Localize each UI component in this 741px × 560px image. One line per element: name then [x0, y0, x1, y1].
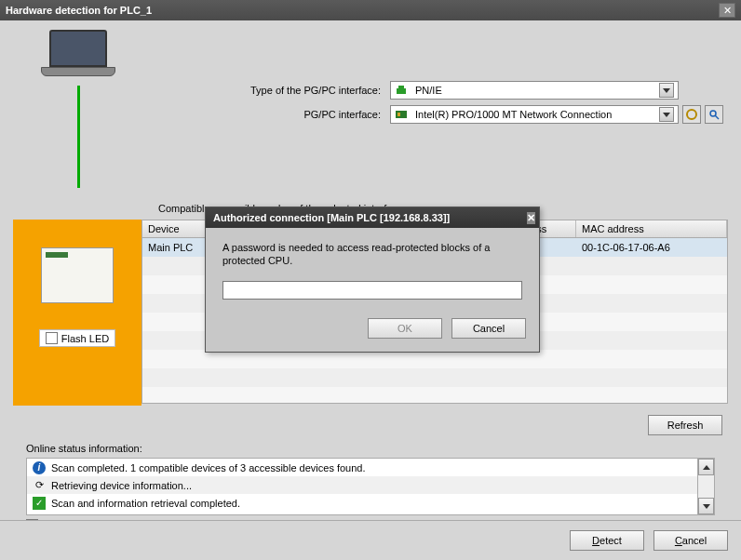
- chevron-down-icon: [659, 83, 674, 98]
- col-mac[interactable]: MAC address: [576, 220, 727, 237]
- pgpc-iface-value: Intel(R) PRO/1000 MT Network Connection: [415, 109, 612, 120]
- pgpc-type-label: Type of the PG/PC interface:: [162, 85, 390, 96]
- auth-dialog-titlebar: Authorized connection [Main PLC [192.168…: [206, 207, 539, 228]
- flash-led-checkbox[interactable]: Flash LED: [39, 329, 115, 347]
- pgpc-iface-label: PG/PC interface:: [162, 109, 390, 120]
- info-icon: i: [33, 461, 46, 474]
- auth-dialog: Authorized connection [Main PLC [192.168…: [205, 207, 540, 353]
- flash-led-label: Flash LED: [61, 333, 109, 344]
- status-text: Scan completed. 1 compatible devices of …: [51, 462, 366, 473]
- window-titlebar: Hardware detection for PLC_1 ✕: [0, 0, 741, 20]
- svg-rect-3: [397, 113, 400, 116]
- status-list: i Scan completed. 1 compatible devices o…: [26, 458, 715, 515]
- status-item: i Scan completed. 1 compatible devices o…: [27, 459, 714, 476]
- status-text: Retrieving device information...: [51, 480, 192, 491]
- refresh-button[interactable]: Refresh: [648, 415, 722, 435]
- pgpc-type-select[interactable]: PN/IE: [390, 81, 679, 100]
- detect-button[interactable]: Detect: [570, 530, 644, 551]
- pnie-icon: [395, 84, 408, 97]
- scroll-down-icon[interactable]: [698, 498, 714, 514]
- scrollbar[interactable]: [697, 459, 714, 514]
- scroll-up-icon[interactable]: [698, 459, 714, 475]
- iface-search-button[interactable]: [705, 105, 723, 124]
- status-item: ⟳ Retrieving device information...: [27, 476, 714, 494]
- svg-rect-1: [398, 86, 404, 89]
- checkmark-icon: ✓: [33, 497, 46, 510]
- laptop-icon: [41, 30, 115, 86]
- iface-config-button[interactable]: [682, 105, 701, 124]
- auth-dialog-message: A password is needed to access read-prot…: [222, 241, 522, 268]
- plc-device-icon: [41, 247, 114, 303]
- dialog-footer: Detect Cancel: [0, 520, 741, 560]
- ok-button[interactable]: OK: [368, 318, 442, 339]
- svg-rect-2: [396, 111, 407, 118]
- status-text: Scan and information retrieval completed…: [51, 498, 240, 509]
- close-icon[interactable]: ✕: [527, 212, 535, 224]
- selected-device-panel: Flash LED: [13, 220, 141, 406]
- cancel-button[interactable]: Cancel: [451, 318, 526, 339]
- status-label: Online status information:: [26, 443, 715, 454]
- close-icon[interactable]: ✕: [719, 3, 735, 18]
- cell-mac: 00-1C-06-17-06-A6: [576, 238, 727, 257]
- svg-point-4: [687, 110, 696, 119]
- connection-line-icon: [77, 86, 80, 188]
- svg-line-6: [715, 115, 719, 119]
- pg-pc-graphic: [13, 30, 143, 188]
- password-input[interactable]: [222, 281, 522, 300]
- chevron-down-icon: [659, 107, 674, 122]
- loading-icon: ⟳: [33, 479, 46, 492]
- cancel-button[interactable]: Cancel: [653, 530, 728, 551]
- pgpc-iface-select[interactable]: Intel(R) PRO/1000 MT Network Connection: [390, 105, 679, 124]
- auth-dialog-title: Authorized connection [Main PLC [192.168…: [213, 212, 450, 223]
- checkbox-icon: [46, 332, 58, 344]
- nic-icon: [395, 108, 408, 121]
- pgpc-type-value: PN/IE: [415, 85, 442, 96]
- status-item: ✓ Scan and information retrieval complet…: [27, 494, 714, 512]
- window-title: Hardware detection for PLC_1: [6, 5, 152, 16]
